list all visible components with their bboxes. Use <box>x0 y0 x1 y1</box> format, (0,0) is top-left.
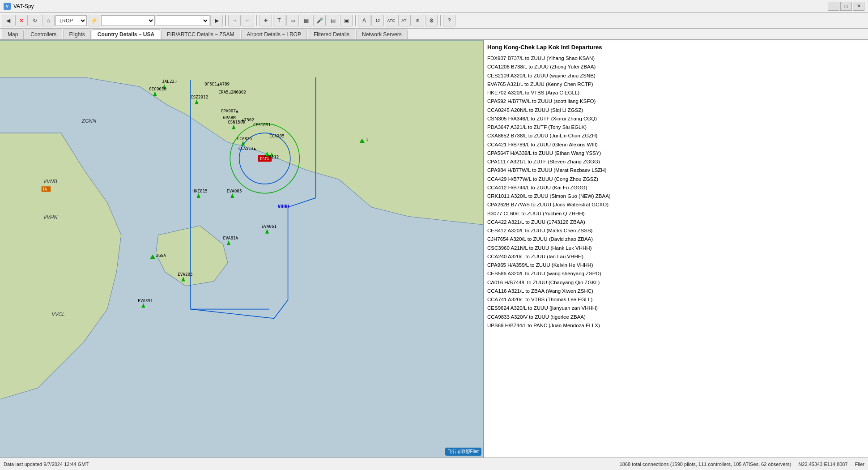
flight-item[interactable]: CCA0245 A20N/L to ZUUU (Siqi Li ZGSZ) <box>487 106 864 115</box>
map-svg: DGTA JAL22◿ GEC9010 DF5E1▲A789 CPA5◿2N68… <box>0 40 483 457</box>
pilot-button[interactable]: ✈ <box>260 15 272 26</box>
tab-fir-artcc[interactable]: FIR/ARTCC Details – ZSAM <box>161 30 240 39</box>
flight-item[interactable]: CES2109 A320/L to ZUUU (wayne zhou ZSNB) <box>487 72 864 80</box>
svg-text:CPA5◿2N6802: CPA5◿2N6802 <box>218 90 246 94</box>
svg-text:EVA065: EVA065 <box>227 188 242 193</box>
flight-item[interactable]: CCA741 A320/L to VTBS (Thomas Lee EGLL) <box>487 295 864 304</box>
flight-item[interactable]: PDA3647 A321/L to ZUTF (Tony Siu EGLK) <box>487 123 864 132</box>
flight-item[interactable]: CCA1206 B738/L to ZUUU (Zhong Yufei ZBAA… <box>487 63 864 71</box>
back-button[interactable]: ◀ <box>2 15 14 26</box>
flight-item[interactable]: EVA765 A321/L to ZUUU (Kenny Chen RCTP) <box>487 80 864 89</box>
tab-filtered-details[interactable]: Filtered Details <box>308 30 355 39</box>
flight-item[interactable]: HKE702 A320/L to VTBS (Arya C EGLL) <box>487 89 864 97</box>
status-coords: N22.45343 E114.8087 <box>799 461 848 467</box>
flight-item[interactable]: CCA116 A321/L to ZBAA (Wang Xiwen ZSHC) <box>487 287 864 295</box>
svg-text:CSZ2912: CSZ2912 <box>191 94 208 99</box>
refresh-button[interactable]: ↻ <box>29 15 41 26</box>
flight-item[interactable]: CPA592 H/B77W/L to ZUUU (scott liang KSF… <box>487 97 864 106</box>
flight-item[interactable]: CES9624 A320/L to ZUUU (jianyuan zan VHH… <box>487 304 864 312</box>
flight-item[interactable]: CPA984 H/B77W/L to ZUUU (Marat Rezbaev L… <box>487 166 864 175</box>
flight-item[interactable]: CCA412 H/B744/L to ZUUU (Kai Fu ZGGG) <box>487 184 864 192</box>
tab-controllers[interactable]: Controllers <box>25 30 62 39</box>
separator1 <box>225 15 226 26</box>
svg-text:CCA112: CCA112 <box>264 154 279 159</box>
tab-airport-details[interactable]: Airport Details – LROP <box>241 30 307 39</box>
flight-item[interactable]: CCA9833 A320/V to ZUUU (tigerlee ZBAA) <box>487 313 864 321</box>
flight-item[interactable]: CXA8652 B738/L to ZUUU (JunLin Chan ZGZH… <box>487 132 864 140</box>
info-button[interactable]: ? <box>443 15 455 26</box>
separator3 <box>355 15 356 26</box>
flight-panel[interactable]: Hong Kong-Chek Lap Kok Intl Departures F… <box>483 40 868 457</box>
svg-text:HKE815: HKE815 <box>192 188 208 193</box>
svg-text:CCA105: CCA105 <box>269 133 285 138</box>
flight-item[interactable]: CCA429 H/B77W/L to ZUUU (Cong Zhou ZGSZ) <box>487 175 864 184</box>
extra-button[interactable]: ⊞ <box>412 15 424 26</box>
flight-item[interactable]: B3077 CL60/L to ZUUU (Yuchen Q ZHHH) <box>487 209 864 218</box>
flight-item[interactable]: CSC3960 A21N/L to ZUUU (Hank Luk VHHH) <box>487 244 864 252</box>
tab-map[interactable]: Map <box>2 30 24 39</box>
stop-button[interactable]: ✕ <box>15 15 28 26</box>
flight-item[interactable]: CPA965 H/A359/L to ZUUU (Kelvin He VHHH) <box>487 261 864 269</box>
airport-selector[interactable]: LROP <box>55 15 87 26</box>
nav-forward-button[interactable]: ▶ <box>210 15 223 26</box>
home-button[interactable]: ⌂ <box>42 15 55 26</box>
minimize-button[interactable]: — <box>828 2 839 11</box>
filter4-button[interactable]: ▣ <box>340 15 353 26</box>
find-button[interactable]: ⚡ <box>88 15 100 26</box>
title-bar-controls: — □ ✕ <box>828 2 864 11</box>
flight-item[interactable]: CPA5647 H/A339/L to ZUUU (Ethan Wang YSS… <box>487 149 864 158</box>
status-bar: Data last updated 9/7/2024 12:44 GMT 186… <box>0 457 868 470</box>
svg-text:DF5E1▲A789: DF5E1▲A789 <box>204 81 230 86</box>
flight-item[interactable]: CRK1011 A320/L to ZUUU (Simon Guo (NEW) … <box>487 192 864 201</box>
forward-icon-button[interactable]: → <box>228 15 241 26</box>
svg-text:CCA513▲: CCA513▲ <box>238 146 256 151</box>
flight-item[interactable]: CSN305 H/A346/L to ZUTF (Xinrui Zhang CG… <box>487 115 864 123</box>
flight-item[interactable]: CA016 H/B744/L to ZUUU (Chaoyang Qin ZGK… <box>487 278 864 287</box>
flight-item[interactable]: CES412 A320/L to ZUUU (Marks Chen ZSSS) <box>487 226 864 235</box>
svg-text:EVA205: EVA205 <box>178 272 193 277</box>
svg-text:EVA061: EVA061 <box>262 224 277 229</box>
flight-list: FDX907 B737/L to ZUUU (Yihang Shao KSAN)… <box>487 54 864 330</box>
tab-flights[interactable]: Flights <box>63 30 90 39</box>
filter1-button[interactable]: ▦ <box>300 15 312 26</box>
svg-text:TA: TA <box>43 187 47 192</box>
svg-text:EVA61A: EVA61A <box>223 235 238 240</box>
flight-item[interactable]: CPA1117 A321/L to ZUTF (Steven Zhang ZGG… <box>487 158 864 166</box>
filter-combo[interactable] <box>156 15 209 26</box>
svg-text:1: 1 <box>366 137 369 142</box>
grid-button[interactable]: ATC <box>385 15 397 26</box>
status-right: 1868 total connections (1590 pilots, 111… <box>620 461 864 467</box>
status-connections: 1868 total connections (1590 pilots, 111… <box>620 461 791 467</box>
atc-button[interactable]: ATI <box>398 15 411 26</box>
flight-panel-title: Hong Kong-Chek Lap Kok Intl Departures <box>487 44 864 51</box>
svg-text:ZGNN: ZGNN <box>81 118 97 124</box>
num-button[interactable]: 12 <box>371 15 384 26</box>
status-last-updated: Data last updated 9/7/2024 12:44 GMT <box>4 461 89 467</box>
maximize-button[interactable]: □ <box>840 2 852 11</box>
flight-item[interactable]: CPA262B B77W/S to ZUUU (Joos Waterstrat … <box>487 201 864 209</box>
flight-item[interactable]: CCA421 H/B789/L to ZUUU (Glenn Alexius W… <box>487 141 864 149</box>
status-flier: Flier <box>855 461 864 467</box>
svg-text:EVA391: EVA391 <box>138 298 153 303</box>
empty-combo1[interactable] <box>101 15 155 26</box>
tab-network-servers[interactable]: Network Servers <box>356 30 408 39</box>
flight-item[interactable]: CJH7654 A320/L to ZUUU (David zhao ZBAA) <box>487 235 864 244</box>
svg-text:VHHH: VHHH <box>278 204 289 209</box>
map-area[interactable]: DGTA JAL22◿ GEC9010 DF5E1▲A789 CPA5◿2N68… <box>0 40 483 457</box>
mic-button[interactable]: 🎤 <box>313 15 326 26</box>
flight-item[interactable]: CCA422 A321/L to ZUUU (1743126 ZBAA) <box>487 218 864 226</box>
flight-item[interactable]: CCA240 A320/L to ZUUU (Ian Lau VHHH) <box>487 252 864 261</box>
label-button[interactable]: A <box>358 15 370 26</box>
text-button[interactable]: T <box>273 15 285 26</box>
settings-button[interactable]: ⚙ <box>425 15 438 26</box>
flight-item[interactable]: UPS69 H/B744/L to PANC (Juan Mendoza ELL… <box>487 321 864 330</box>
back-icon-button[interactable]: ← <box>242 15 254 26</box>
svg-text:CSN1509: CSN1509 <box>228 120 245 124</box>
rect-button[interactable]: ▭ <box>286 15 299 26</box>
filter3-button[interactable]: ▤ <box>327 15 339 26</box>
flight-item[interactable]: FDX907 B737/L to ZUUU (Yihang Shao KSAN) <box>487 54 864 63</box>
tab-country-details[interactable]: Country Details – USA <box>92 30 160 39</box>
close-button[interactable]: ✕ <box>853 2 864 11</box>
svg-text:JAL22◿: JAL22◿ <box>162 79 177 84</box>
flight-item[interactable]: CES586 A320/L to ZUUU (wang shenyang ZSP… <box>487 269 864 278</box>
